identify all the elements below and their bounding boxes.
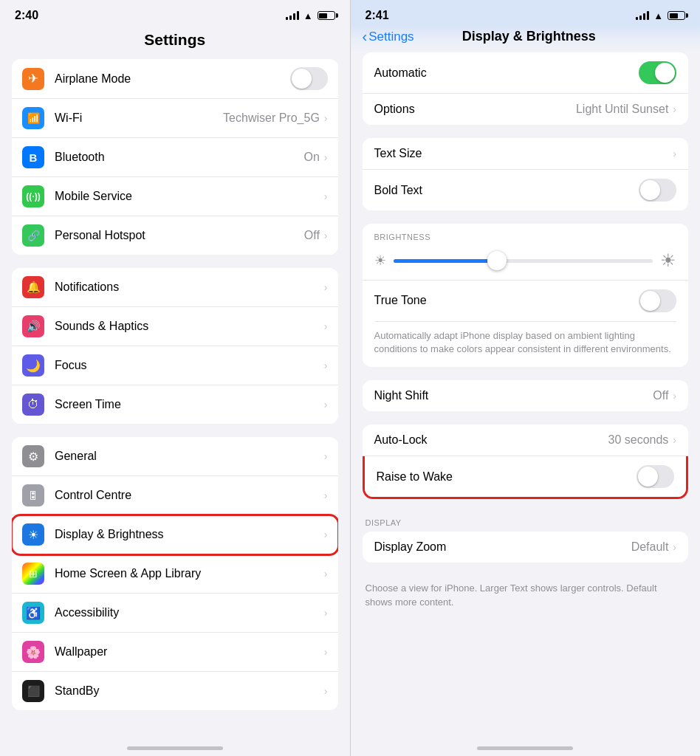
- notifications-chevron: ›: [324, 281, 328, 293]
- display-brightness-label: Display & Brightness: [55, 528, 324, 541]
- wifi-status-icon: ▲: [303, 10, 313, 21]
- wifi-label: Wi-Fi: [55, 111, 223, 125]
- hotspot-chevron: ›: [324, 230, 328, 241]
- display-zoom-desc: Choose a view for iPhone. Larger Text sh…: [363, 576, 689, 616]
- screen-time-row[interactable]: ⏱ Screen Time ›: [12, 385, 338, 424]
- display-zoom-group: Display Zoom Default ›: [363, 532, 689, 563]
- display-brightness-row[interactable]: ☀ Display & Brightness ›: [12, 515, 338, 554]
- night-shift-group: Night Shift Off ›: [363, 380, 689, 411]
- display-zoom-label: Display Zoom: [374, 540, 631, 554]
- airplane-toggle[interactable]: [290, 67, 328, 90]
- display-zoom-chevron: ›: [673, 541, 676, 553]
- wallpaper-chevron: ›: [324, 646, 328, 658]
- automatic-group: Automatic Options Light Until Sunset ›: [363, 52, 689, 125]
- left-panel: 2:40 ▲ Settings ✈ Airplane Mode 📶 Wi-Fi …: [0, 0, 350, 756]
- text-size-label: Text Size: [374, 147, 673, 160]
- right-home-indicator: [351, 739, 701, 756]
- accessibility-row[interactable]: ♿ Accessibility ›: [12, 594, 338, 633]
- lock-group: Auto-Lock 30 seconds › Raise to Wake: [363, 425, 689, 499]
- raise-to-wake-highlight: Raise to Wake: [363, 456, 689, 499]
- back-chevron-icon: ‹: [363, 28, 368, 45]
- right-time: 2:41: [366, 9, 389, 22]
- settings-title: Settings: [0, 25, 350, 59]
- right-battery-icon: [668, 11, 685, 20]
- night-shift-row[interactable]: Night Shift Off ›: [363, 380, 689, 411]
- sounds-icon: 🔊: [22, 315, 44, 337]
- raise-to-wake-toggle[interactable]: [636, 465, 674, 488]
- general-label: General: [55, 450, 324, 463]
- home-screen-chevron: ›: [324, 568, 328, 580]
- wifi-row[interactable]: 📶 Wi-Fi Techwiser Pro_5G ›: [12, 99, 338, 138]
- brightness-sun-large-icon: ☀: [660, 250, 676, 271]
- sounds-row[interactable]: 🔊 Sounds & Haptics ›: [12, 307, 338, 346]
- bluetooth-icon: B: [22, 146, 44, 168]
- mobile-chevron: ›: [324, 190, 328, 202]
- brightness-thumb[interactable]: [487, 251, 507, 270]
- control-centre-label: Control Centre: [55, 489, 324, 502]
- bold-text-toggle[interactable]: [639, 179, 676, 202]
- apps-group: ⚙ General › 🎛 Control Centre › ☀ Display…: [12, 437, 338, 710]
- airplane-mode-row[interactable]: ✈ Airplane Mode: [12, 59, 338, 99]
- right-status-icons: ▲: [636, 10, 685, 21]
- standby-label: StandBy: [55, 684, 324, 698]
- focus-icon: 🌙: [22, 354, 44, 377]
- true-tone-toggle[interactable]: [639, 289, 676, 312]
- wifi-icon-cell: 📶: [22, 107, 44, 129]
- automatic-row[interactable]: Automatic: [363, 52, 689, 94]
- bold-text-row[interactable]: Bold Text: [363, 170, 689, 210]
- display-zoom-value: Default: [631, 540, 669, 554]
- focus-row[interactable]: 🌙 Focus ›: [12, 346, 338, 385]
- text-size-row[interactable]: Text Size ›: [363, 138, 689, 170]
- brightness-track[interactable]: [394, 259, 653, 263]
- nav-bar: ‹ Settings Display & Brightness: [351, 25, 701, 52]
- airplane-label: Airplane Mode: [55, 72, 290, 86]
- display-section-label: DISPLAY: [363, 512, 689, 532]
- wallpaper-label: Wallpaper: [55, 645, 324, 659]
- text-size-chevron: ›: [673, 148, 676, 159]
- bluetooth-chevron: ›: [324, 151, 328, 163]
- mobile-service-row[interactable]: ((·)) Mobile Service ›: [12, 177, 338, 216]
- left-home-indicator: [0, 739, 350, 756]
- bluetooth-row[interactable]: B Bluetooth On ›: [12, 138, 338, 177]
- auto-lock-row[interactable]: Auto-Lock 30 seconds ›: [363, 425, 689, 456]
- brightness-fill: [394, 259, 498, 263]
- wallpaper-row[interactable]: 🌸 Wallpaper ›: [12, 633, 338, 672]
- home-screen-row[interactable]: ⊞ Home Screen & App Library ›: [12, 554, 338, 594]
- options-label: Options: [374, 103, 576, 116]
- bluetooth-value: On: [303, 151, 319, 164]
- options-row[interactable]: Options Light Until Sunset ›: [363, 94, 689, 125]
- control-centre-row[interactable]: 🎛 Control Centre ›: [12, 476, 338, 515]
- general-row[interactable]: ⚙ General ›: [12, 437, 338, 476]
- sounds-label: Sounds & Haptics: [55, 320, 324, 333]
- right-signal-icon: [636, 11, 649, 20]
- auto-lock-value: 30 seconds: [608, 433, 668, 447]
- sounds-chevron: ›: [324, 320, 328, 332]
- screen-time-label: Screen Time: [55, 398, 324, 411]
- mobile-label: Mobile Service: [55, 190, 324, 203]
- brightness-section-label: BRIGHTNESS: [374, 233, 677, 241]
- screen-time-icon: ⏱: [22, 394, 44, 416]
- raise-to-wake-row[interactable]: Raise to Wake: [365, 456, 687, 497]
- left-time: 2:40: [15, 9, 38, 22]
- standby-chevron: ›: [324, 685, 328, 697]
- notifications-row[interactable]: 🔔 Notifications ›: [12, 268, 338, 307]
- standby-icon: ⬛: [22, 680, 44, 702]
- automatic-toggle[interactable]: [639, 61, 676, 84]
- text-group: Text Size › Bold Text: [363, 138, 689, 210]
- control-centre-icon: 🎛: [22, 484, 44, 506]
- left-status-bar: 2:40 ▲: [0, 0, 350, 25]
- wallpaper-icon: 🌸: [22, 641, 44, 663]
- display-zoom-row[interactable]: Display Zoom Default ›: [363, 532, 689, 563]
- left-status-icons: ▲: [286, 10, 335, 21]
- hotspot-row[interactable]: 🔗 Personal Hotspot Off ›: [12, 216, 338, 255]
- options-chevron: ›: [673, 103, 676, 115]
- true-tone-row[interactable]: True Tone: [374, 281, 677, 322]
- settings-list: ✈ Airplane Mode 📶 Wi-Fi Techwiser Pro_5G…: [0, 59, 350, 739]
- focus-chevron: ›: [324, 360, 328, 371]
- night-shift-label: Night Shift: [374, 389, 653, 402]
- control-centre-chevron: ›: [324, 489, 328, 501]
- hotspot-label: Personal Hotspot: [55, 229, 304, 242]
- standby-row[interactable]: ⬛ StandBy ›: [12, 672, 338, 710]
- bold-text-label: Bold Text: [374, 184, 639, 197]
- notifications-icon: 🔔: [22, 276, 44, 298]
